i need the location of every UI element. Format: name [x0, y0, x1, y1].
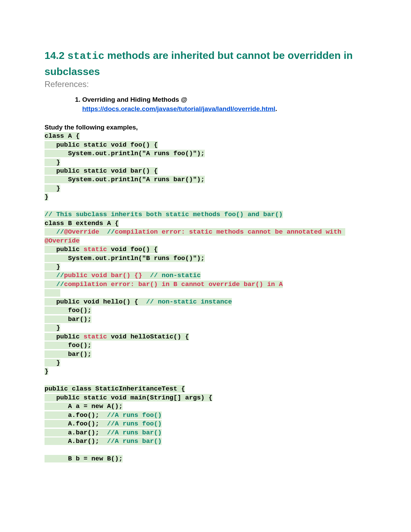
- code-line: foo();: [45, 342, 91, 349]
- code-line: class A {: [45, 132, 80, 140]
- code-token: public void bar() {}: [64, 272, 150, 279]
- code-token: // non-static instance: [146, 298, 232, 306]
- section-heading: 14.2 static methods are inherited but ca…: [45, 48, 366, 79]
- code-token: // non-static: [150, 272, 201, 279]
- code-token: @Override: [45, 237, 80, 245]
- code-token: static: [84, 333, 107, 341]
- references-label: References:: [45, 79, 366, 89]
- code-line: public static void foo() {: [45, 141, 158, 149]
- code-line: public static void helloStatic() {: [45, 333, 189, 341]
- code-line: // This subclass inherits both static me…: [45, 211, 283, 218]
- code-token: //: [56, 281, 64, 288]
- reference-suffix: .: [275, 105, 277, 112]
- code-token: compilation error: bar() in B cannot ove…: [64, 281, 283, 288]
- code-line: }: [45, 359, 60, 367]
- code-line: class B extends A {: [45, 220, 119, 227]
- code-token: //A runs foo(): [107, 411, 162, 419]
- code-line: }: [45, 263, 60, 271]
- code-token: // This subclass inherits both static me…: [45, 211, 283, 218]
- code-line: A.foo(); //A runs foo(): [45, 420, 162, 428]
- page: 14.2 static methods are inherited but ca…: [0, 0, 411, 532]
- code-line: System.out.println("A runs foo()");: [45, 150, 205, 157]
- code-line: //@Override //compilation error: static …: [45, 228, 345, 236]
- code-line: }: [45, 159, 60, 166]
- code-line: A a = new A();: [45, 403, 123, 410]
- code-line: foo();: [45, 307, 91, 314]
- references-list: Overriding and Hiding Methods @ https://…: [45, 95, 366, 113]
- section-code-keyword: static: [67, 50, 104, 62]
- code-line: }: [45, 185, 60, 192]
- code-line: //public void bar() {} // non-static: [45, 272, 201, 279]
- code-line: }: [45, 193, 48, 201]
- code-line: //compilation error: bar() in B cannot o…: [45, 281, 283, 288]
- code-token: //: [107, 228, 115, 236]
- code-block: class A { public static void foo() { Sys…: [45, 132, 366, 463]
- code-line: }: [45, 368, 48, 375]
- code-token: //A runs foo(): [107, 420, 162, 428]
- code-token: //A runs bar(): [107, 429, 162, 436]
- study-label: Study the following examples,: [45, 124, 366, 131]
- code-token: @Override: [64, 228, 107, 236]
- reference-link[interactable]: https://docs.oracle.com/javase/tutorial/…: [82, 105, 275, 112]
- code-line: bar();: [45, 316, 91, 323]
- code-line: a.foo(); //A runs foo(): [45, 411, 162, 419]
- code-line: B b = new B();: [45, 455, 123, 462]
- code-token: //A runs bar(): [107, 437, 162, 445]
- reference-item: Overriding and Hiding Methods @ https://…: [82, 95, 366, 113]
- code-line: public static void main(String[] args) {: [45, 394, 212, 401]
- code-line: System.out.println("A runs bar()");: [45, 176, 205, 183]
- code-line: A.bar(); //A runs bar(): [45, 437, 162, 445]
- code-token: static: [84, 246, 107, 253]
- code-line: }: [45, 324, 60, 332]
- code-line: public static void bar() {: [45, 167, 158, 175]
- code-line: public class StaticInheritanceTest {: [45, 385, 185, 393]
- code-line: public void hello() { // non-static inst…: [45, 298, 232, 306]
- code-line: @Override: [45, 237, 80, 245]
- code-token: //: [56, 228, 64, 236]
- reference-prefix: Overriding and Hiding Methods @: [82, 96, 187, 103]
- code-line: a.bar(); //A runs bar(): [45, 429, 162, 436]
- code-line: [45, 289, 60, 297]
- code-line: public static void foo() {: [45, 246, 158, 253]
- code-line: bar();: [45, 350, 91, 358]
- section-number: 14.2: [45, 50, 64, 61]
- code-token: //: [56, 272, 64, 279]
- code-token: compilation error: static methods cannot…: [115, 228, 345, 236]
- code-line: System.out.println("B runs foo()");: [45, 255, 205, 262]
